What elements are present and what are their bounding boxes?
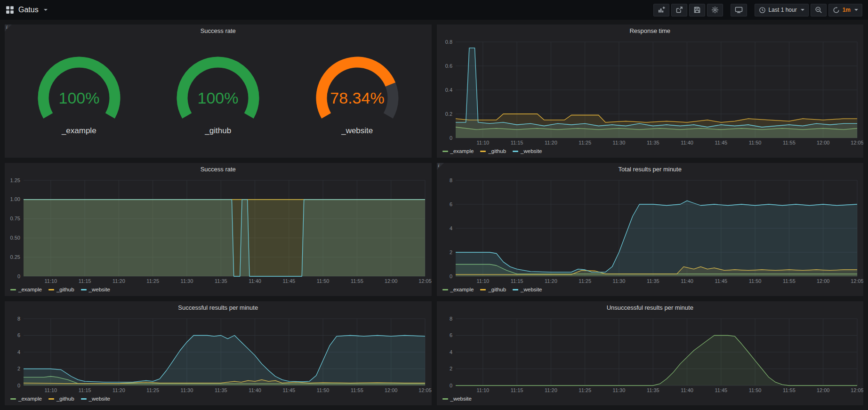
chevron-down-icon[interactable] xyxy=(854,9,858,11)
legend-label[interactable]: _example xyxy=(18,396,42,402)
legend-item-example[interactable]: _example xyxy=(10,287,42,292)
panel-title[interactable]: Unsuccessful results per minute xyxy=(607,304,693,311)
legend-marker xyxy=(442,151,448,152)
svg-text:8: 8 xyxy=(449,316,452,322)
legend-label[interactable]: _github xyxy=(56,396,74,402)
panel-success-rate: Success rate 11:1011:1511:2011:2511:3011… xyxy=(4,162,432,297)
legend-item-github[interactable]: _github xyxy=(48,396,74,402)
svg-text:8: 8 xyxy=(17,316,20,322)
chart-legend: _example_github_website xyxy=(437,286,864,296)
tv-mode-button[interactable] xyxy=(731,4,747,16)
legend-label[interactable]: _github xyxy=(488,287,506,292)
legend-item-example[interactable]: _example xyxy=(442,287,474,292)
legend-label[interactable]: _example xyxy=(450,287,474,292)
legend-label[interactable]: _website xyxy=(521,287,542,292)
legend-label[interactable]: _example xyxy=(18,287,42,292)
svg-text:11:10: 11:10 xyxy=(476,140,489,145)
chevron-down-icon[interactable] xyxy=(44,9,48,11)
panel-title[interactable]: Successful results per minute xyxy=(178,304,258,311)
svg-text:12:00: 12:00 xyxy=(385,278,398,284)
share-icon xyxy=(675,6,683,14)
svg-text:0: 0 xyxy=(17,383,20,388)
legend-label[interactable]: _website xyxy=(450,396,472,402)
panel-header[interactable]: Unsuccessful results per minute xyxy=(437,301,864,314)
svg-text:11:50: 11:50 xyxy=(748,278,761,284)
panel-header[interactable]: Success rate xyxy=(5,163,432,176)
chart-legend: _example_github_website xyxy=(5,395,432,405)
save-button[interactable] xyxy=(689,4,705,16)
legend-item-example[interactable]: _example xyxy=(10,396,42,402)
gauge-label: _website xyxy=(341,126,373,136)
panel-success-rate-gauges: i Success rate 100% _example 100% _githu… xyxy=(4,24,432,158)
panel-info-icon[interactable]: i xyxy=(437,163,444,170)
dashboard-title[interactable]: Gatus xyxy=(18,6,39,14)
refresh-interval-label[interactable]: 1m xyxy=(843,7,851,13)
gear-icon xyxy=(711,6,719,14)
chart-response-time[interactable]: 11:1011:1511:2011:2511:3011:3511:4011:45… xyxy=(437,37,864,147)
panel-header[interactable]: Response time xyxy=(437,24,864,37)
legend-item-website[interactable]: _website xyxy=(513,287,542,292)
legend-item-website[interactable]: _website xyxy=(442,396,472,402)
legend-label[interactable]: _website xyxy=(89,396,110,402)
chart-successful-results[interactable]: 11:1011:1511:2011:2511:3011:3511:4011:45… xyxy=(5,314,432,395)
svg-text:11:15: 11:15 xyxy=(79,387,91,393)
panel-response-time: Response time 11:1011:1511:2011:2511:301… xyxy=(436,24,864,158)
share-button[interactable] xyxy=(671,4,687,16)
legend-label[interactable]: _example xyxy=(450,148,474,154)
panel-header[interactable]: Total results per minute xyxy=(437,163,864,176)
panel-info-icon[interactable]: i xyxy=(5,24,12,32)
add-panel-button[interactable] xyxy=(653,4,669,16)
svg-text:12:00: 12:00 xyxy=(816,140,829,145)
panel-title[interactable]: Success rate xyxy=(201,166,236,173)
time-range-picker[interactable]: Last 1 hour xyxy=(755,4,809,16)
panel-header[interactable]: Success rate xyxy=(5,24,432,37)
legend-label[interactable]: _website xyxy=(521,148,542,154)
legend-label[interactable]: _website xyxy=(89,287,110,292)
svg-text:0.8: 0.8 xyxy=(445,39,452,45)
chart-unsuccessful-results[interactable]: 11:1011:1511:2011:2511:3011:3511:4011:45… xyxy=(437,314,864,395)
svg-text:12:05: 12:05 xyxy=(418,387,431,393)
refresh-icon xyxy=(833,7,840,14)
legend-item-example[interactable]: _example xyxy=(442,148,474,154)
legend-item-website[interactable]: _website xyxy=(513,148,542,154)
legend-item-website[interactable]: _website xyxy=(81,287,110,292)
svg-text:11:40: 11:40 xyxy=(249,387,261,393)
svg-text:1.00: 1.00 xyxy=(10,196,20,202)
zoom-out-button[interactable] xyxy=(811,4,827,16)
legend-item-website[interactable]: _website xyxy=(81,396,110,402)
legend-label[interactable]: _github xyxy=(56,287,74,292)
svg-text:4: 4 xyxy=(449,225,452,231)
legend-label[interactable]: _github xyxy=(488,148,506,154)
panel-title[interactable]: Total results per minute xyxy=(619,166,682,173)
settings-button[interactable] xyxy=(707,4,723,16)
panel-title[interactable]: Success rate xyxy=(201,27,236,34)
svg-text:11:30: 11:30 xyxy=(612,140,625,145)
svg-text:4: 4 xyxy=(449,349,452,355)
svg-text:12:00: 12:00 xyxy=(385,387,398,393)
svg-text:11:45: 11:45 xyxy=(282,387,295,393)
svg-text:11:35: 11:35 xyxy=(215,387,227,393)
gauge-arc: 100% xyxy=(159,56,277,126)
svg-text:2: 2 xyxy=(449,249,452,255)
legend-marker xyxy=(480,289,486,290)
panel-title[interactable]: Response time xyxy=(629,27,670,34)
legend-item-github[interactable]: _github xyxy=(480,148,506,154)
legend-marker xyxy=(48,289,54,290)
refresh-button[interactable]: 1m xyxy=(828,4,862,16)
svg-text:11:20: 11:20 xyxy=(113,278,125,284)
panel-header[interactable]: Successful results per minute xyxy=(5,301,432,314)
gauge-github: 100% _github xyxy=(159,56,277,136)
apps-grid-icon[interactable] xyxy=(6,6,14,14)
legend-marker xyxy=(513,289,518,290)
chart-total-results[interactable]: 11:1011:1511:2011:2511:3011:3511:4011:45… xyxy=(437,176,864,286)
svg-text:11:25: 11:25 xyxy=(579,278,591,284)
legend-item-github[interactable]: _github xyxy=(480,287,506,292)
svg-text:12:05: 12:05 xyxy=(851,140,863,145)
legend-item-github[interactable]: _github xyxy=(48,287,74,292)
gauge-value-text: 100% xyxy=(58,89,99,107)
chart-success-rate[interactable]: 11:1011:1511:2011:2511:3011:3511:4011:45… xyxy=(5,176,432,286)
svg-text:11:55: 11:55 xyxy=(351,278,363,284)
monitor-icon xyxy=(735,6,743,14)
legend-marker xyxy=(10,398,16,400)
zoom-out-icon xyxy=(815,6,822,14)
